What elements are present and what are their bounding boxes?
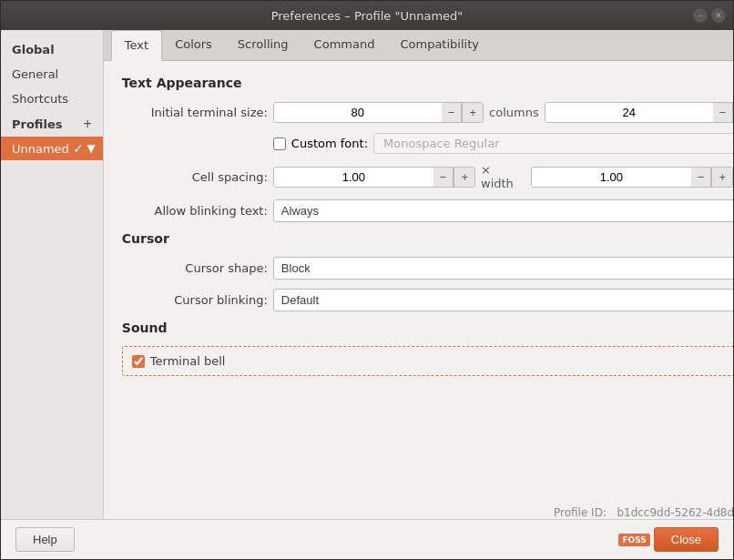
profile-dropdown-icon[interactable]: ▼ [87,142,96,155]
custom-font-checkbox[interactable] [273,137,286,150]
close-window-button[interactable]: ✕ [711,8,726,23]
custom-font-row: Custom font: Monospace Regular 12 [122,133,733,154]
columns-decrement-button[interactable]: − [442,103,463,122]
profile-id-text: Profile ID: b1dcc9dd-5262-4d8d-a863-c897… [554,506,733,519]
sidebar-global-header: Global [1,37,103,62]
titlebar-buttons: – ✕ [693,8,726,23]
minimize-button[interactable]: – [693,8,708,23]
profile-name: Unnamed [12,142,69,156]
tab-colors[interactable]: Colors [162,30,225,61]
tab-text[interactable]: Text [111,30,162,61]
cursor-blinking-dropdown[interactable]: Default Enabled Disabled [273,289,733,311]
tab-command[interactable]: Command [301,30,388,61]
cursor-section: Cursor Cursor shape: Block I-Beam Underl… [122,231,733,311]
cell-height-increment-button[interactable]: + [711,168,732,187]
columns-increment-button[interactable]: + [462,103,483,122]
profiles-label: Profiles [12,117,63,131]
tab-compatibility[interactable]: Compatibility [387,30,492,61]
columns-input[interactable] [274,103,442,122]
initial-size-label: Initial terminal size: [122,106,268,119]
cursor-shape-label: Cursor shape: [122,261,268,275]
rows-spinner: − + [545,102,733,123]
profile-id-row: Profile ID: b1dcc9dd-5262-4d8d-a863-c897… [104,503,733,519]
cell-width-input[interactable] [274,168,433,187]
profile-entry-unnamed[interactable]: Unnamed ✓ ▼ [1,137,103,160]
sound-box: Terminal bell [122,346,733,376]
profile-check-icon: ✓ [73,141,84,156]
add-profile-button[interactable]: + [84,117,92,131]
cursor-shape-dropdown[interactable]: Block I-Beam Underline [273,257,733,280]
cell-width-increment-button[interactable]: + [454,168,474,187]
font-name: Monospace Regular [383,137,500,150]
text-appearance-title: Text Appearance [122,76,733,90]
terminal-bell-label: Terminal bell [150,354,226,368]
cell-height-input[interactable] [532,168,691,187]
cell-height-spinner: − + [531,167,733,188]
blinking-text-row: Allow blinking text: Always Never Only w… [122,199,733,222]
custom-font-checkbox-row: Custom font: [273,137,368,150]
bottom-right: FOSS Close [618,527,719,552]
cell-width-spinner: − + [273,167,475,188]
main-content: Global General Shortcuts Profiles + Unna… [1,30,733,519]
cell-spacing-label: Cell spacing: [122,170,268,184]
titlebar: Preferences – Profile "Unnamed" – ✕ [1,1,733,30]
sidebar-item-general[interactable]: General [1,62,103,87]
sidebar-item-shortcuts[interactable]: Shortcuts [1,87,103,111]
allow-blinking-dropdown[interactable]: Always Never Only when focused [273,199,733,222]
help-button[interactable]: Help [15,527,75,552]
footer: Help FOSS Close [1,519,733,559]
cursor-blinking-row: Cursor blinking: Default Enabled Disable… [122,289,733,311]
sidebar: Global General Shortcuts Profiles + Unna… [1,30,104,519]
sound-title: Sound [122,321,733,335]
cell-width-decrement-button[interactable]: − [433,168,454,187]
cell-width-unit: × width [481,163,525,190]
font-display: Monospace Regular 12 [373,133,733,154]
sidebar-profiles-header: Profiles + [1,111,103,137]
columns-unit-label: columns [489,106,539,119]
cursor-shape-row: Cursor shape: Block I-Beam Underline [122,257,733,280]
window-title: Preferences – Profile "Unnamed" [271,9,464,23]
rows-input[interactable] [545,103,713,122]
close-button[interactable]: Close [654,527,719,552]
terminal-bell-checkbox[interactable] [132,355,145,368]
cell-spacing-row: Cell spacing: − + × width − + × height R… [122,163,733,190]
terminal-size-row: Initial terminal size: − + columns − + r… [122,101,733,124]
cursor-blinking-label: Cursor blinking: [122,293,268,307]
rows-decrement-button[interactable]: − [713,103,733,122]
columns-spinner: − + [273,102,484,123]
cursor-title: Cursor [122,231,733,246]
allow-blinking-label: Allow blinking text: [122,204,268,218]
sound-section: Sound Terminal bell [122,321,733,376]
tabs: Text Colors Scrolling Command Compatibil… [104,30,733,61]
foss-badge: FOSS [618,534,649,546]
custom-font-label: Custom font: [291,137,368,150]
tab-content: Text Colors Scrolling Command Compatibil… [104,30,733,519]
tab-scrolling[interactable]: Scrolling [225,30,301,61]
cell-height-decrement-button[interactable]: − [691,168,712,187]
text-panel: Text Appearance Initial terminal size: −… [104,61,733,503]
preferences-window: Preferences – Profile "Unnamed" – ✕ Glob… [0,0,734,560]
